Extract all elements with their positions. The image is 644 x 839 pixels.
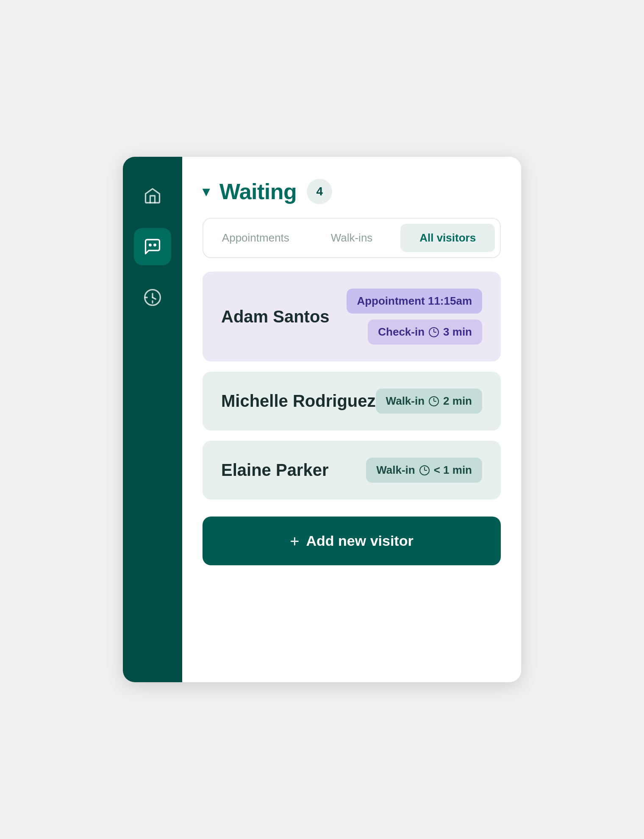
filter-tabs: Appointments Walk-ins All visitors bbox=[203, 218, 501, 258]
add-visitor-button[interactable]: + Add new visitor bbox=[203, 517, 501, 565]
tab-all-visitors[interactable]: All visitors bbox=[400, 224, 495, 252]
clock-icon bbox=[429, 396, 439, 406]
svg-point-1 bbox=[154, 244, 156, 246]
chevron-down-icon[interactable]: ▾ bbox=[203, 183, 209, 200]
home-icon bbox=[143, 186, 162, 205]
clock-icon bbox=[419, 465, 430, 475]
svg-point-0 bbox=[150, 244, 151, 246]
visitor-cards-list: Adam Santos Appointment 11:15am Check-in… bbox=[203, 272, 501, 500]
visitor-badges: Appointment 11:15am Check-in 3 min bbox=[347, 289, 482, 344]
add-visitor-label: Add new visitor bbox=[306, 533, 414, 549]
walkin-time: < 1 min bbox=[434, 464, 472, 477]
clock-icon bbox=[429, 327, 439, 337]
walkin-badge: Walk-in 2 min bbox=[376, 389, 482, 414]
appointment-badge: Appointment 11:15am bbox=[347, 289, 482, 314]
reports-icon bbox=[143, 288, 162, 307]
chat-icon bbox=[143, 237, 162, 256]
visitor-card-adam[interactable]: Adam Santos Appointment 11:15am Check-in… bbox=[203, 272, 501, 361]
waiting-count-badge: 4 bbox=[307, 179, 332, 204]
visitor-name: Adam Santos bbox=[221, 307, 330, 326]
waiting-header: ▾ Waiting 4 bbox=[203, 179, 501, 204]
visitor-card-michelle[interactable]: Michelle Rodriguez Walk-in 2 min bbox=[203, 372, 501, 431]
main-content: ▾ Waiting 4 Appointments Walk-ins All vi… bbox=[182, 157, 521, 682]
plus-icon: + bbox=[290, 533, 299, 549]
walkin-badge: Walk-in < 1 min bbox=[366, 458, 482, 483]
walkin-time: 2 min bbox=[443, 394, 472, 408]
visitor-name: Michelle Rodriguez bbox=[221, 392, 376, 411]
checkin-time: 3 min bbox=[443, 325, 472, 339]
visitor-badges: Walk-in < 1 min bbox=[366, 458, 482, 483]
visitor-name: Elaine Parker bbox=[221, 461, 329, 480]
sidebar-item-reports[interactable] bbox=[134, 279, 171, 316]
checkin-badge: Check-in 3 min bbox=[368, 319, 482, 344]
walkin-label: Walk-in bbox=[376, 464, 415, 477]
page-title: Waiting bbox=[219, 179, 297, 204]
sidebar-item-chat[interactable] bbox=[134, 228, 171, 265]
sidebar bbox=[123, 157, 182, 682]
visitor-card-elaine[interactable]: Elaine Parker Walk-in < 1 min bbox=[203, 441, 501, 500]
tab-appointments[interactable]: Appointments bbox=[208, 224, 303, 252]
checkin-label: Check-in bbox=[378, 325, 425, 339]
visitor-badges: Walk-in 2 min bbox=[376, 389, 482, 414]
sidebar-item-home[interactable] bbox=[134, 177, 171, 214]
tab-walkins[interactable]: Walk-ins bbox=[305, 224, 399, 252]
walkin-label: Walk-in bbox=[386, 394, 425, 408]
app-container: ▾ Waiting 4 Appointments Walk-ins All vi… bbox=[123, 157, 521, 682]
